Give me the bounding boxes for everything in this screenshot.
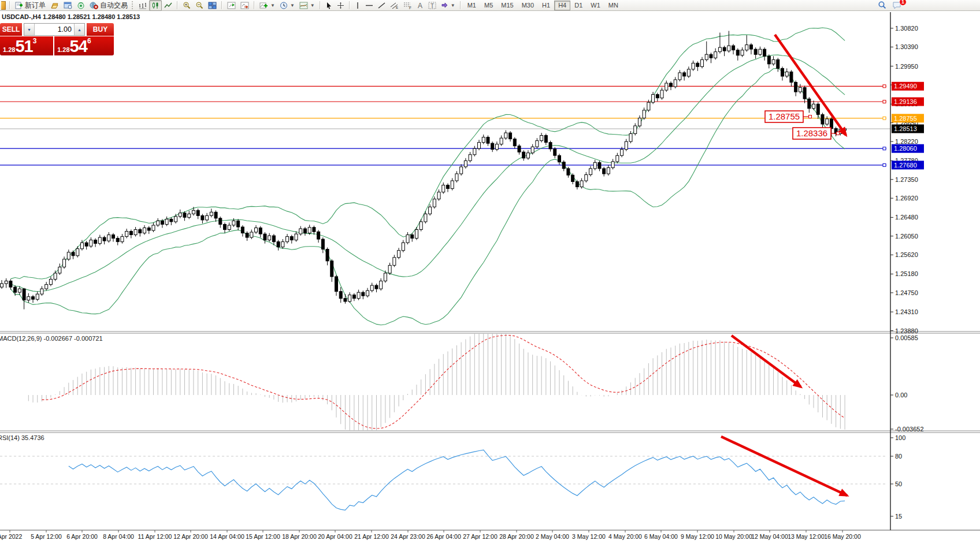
trendline-tool-button[interactable] xyxy=(376,0,388,11)
channel-tool-button[interactable]: E xyxy=(388,0,401,11)
level-line-handle[interactable] xyxy=(883,163,886,166)
profiles-button[interactable] xyxy=(48,0,61,11)
volume-input[interactable] xyxy=(35,24,74,35)
mt4-window: 新订单 自动交易 xyxy=(0,0,980,544)
candle-body xyxy=(45,285,48,289)
timeframe-m1[interactable]: M1 xyxy=(463,1,480,10)
bar-chart-mode-button[interactable] xyxy=(136,0,149,11)
time-tick-label: 6 Apr 20:00 xyxy=(66,533,98,540)
arrows-tool-button[interactable]: ▼ xyxy=(439,0,458,11)
candle-body xyxy=(660,90,663,98)
candle-body xyxy=(263,234,266,240)
level-line-handle[interactable] xyxy=(883,85,886,88)
templates-button[interactable]: ▼ xyxy=(297,0,317,11)
signal-icon xyxy=(77,2,85,9)
timeframe-d1[interactable]: D1 xyxy=(570,1,586,10)
one-click-trading-panel: SELL ▼ ▲ BUY 1.28 51 3 1.28 54 6 xyxy=(0,23,114,55)
buy-price-display[interactable]: 1.28 54 6 xyxy=(54,36,114,55)
level-line-handle[interactable] xyxy=(883,100,886,103)
indicators-button[interactable]: ▼ xyxy=(257,0,277,11)
periods-button[interactable]: ▼ xyxy=(277,0,297,11)
level-line-handle[interactable] xyxy=(883,117,886,120)
price-chart-canvas[interactable]: 1.287551.283361.308201.303901.299501.295… xyxy=(0,11,980,544)
candle-body xyxy=(250,232,253,237)
time-tick-label: 18 Apr 20:00 xyxy=(282,533,317,540)
level-line-handle[interactable] xyxy=(883,147,886,150)
candle-body xyxy=(237,221,240,227)
buy-button[interactable]: BUY xyxy=(87,23,114,36)
candle-body xyxy=(335,277,338,292)
candle-body xyxy=(589,169,592,175)
candle-body xyxy=(352,295,355,299)
notifications-button[interactable]: 1 xyxy=(890,0,904,11)
candle-body xyxy=(121,237,124,242)
timeframe-mn[interactable]: MN xyxy=(604,1,622,10)
text-tool-button[interactable]: A xyxy=(414,0,426,11)
axis-price-label-text: 1.28513 xyxy=(894,125,917,132)
candle-body xyxy=(634,126,637,134)
candle-body xyxy=(9,281,12,288)
candlestick-mode-button[interactable] xyxy=(149,0,162,11)
candle-body xyxy=(531,147,534,153)
timeframe-h1[interactable]: H1 xyxy=(538,1,554,10)
sell-price-display[interactable]: 1.28 51 3 xyxy=(0,36,53,55)
autotrade-button[interactable]: 自动交易 xyxy=(87,0,130,11)
candle-body xyxy=(795,83,797,92)
candle-body xyxy=(201,215,204,220)
macd-tick-label: -0.003652 xyxy=(895,426,924,433)
macd-tick-label: 0.00585 xyxy=(895,334,918,341)
candle-body xyxy=(745,45,748,50)
price-tick-label: 1.25620 xyxy=(895,251,918,258)
text-icon: A xyxy=(417,2,424,9)
candle-body xyxy=(558,155,561,162)
candle-body xyxy=(67,252,70,259)
line-chart-mode-button[interactable] xyxy=(162,0,175,11)
volume-increase-button[interactable]: ▲ xyxy=(74,24,84,35)
time-tick-label: 21 Apr 12:00 xyxy=(354,533,389,540)
candle-body xyxy=(433,199,436,207)
candle-body xyxy=(812,104,815,109)
timeframe-m30[interactable]: M30 xyxy=(518,1,538,10)
horizontal-line-tool-button[interactable] xyxy=(363,0,376,11)
new-order-button[interactable]: 新订单 xyxy=(13,0,48,11)
tile-windows-button[interactable] xyxy=(206,0,219,11)
auto-scroll-button[interactable] xyxy=(238,0,251,11)
candle-body xyxy=(348,295,351,301)
data-window-button[interactable] xyxy=(75,0,87,11)
timeframe-m15[interactable]: M15 xyxy=(497,1,517,10)
candle-body xyxy=(58,267,61,273)
chart-shift-button[interactable] xyxy=(225,0,238,11)
trend-arrow-macd[interactable] xyxy=(732,336,801,387)
time-tick-label: 26 Apr 04:00 xyxy=(426,533,461,540)
fibonacci-tool-button[interactable]: F xyxy=(401,0,414,11)
chevron-down-icon: ▼ xyxy=(290,3,295,8)
volume-decrease-button[interactable]: ▼ xyxy=(24,24,35,35)
zoom-in-button[interactable] xyxy=(180,0,193,11)
cursor-tool-button[interactable] xyxy=(323,0,335,11)
timeframe-w1[interactable]: W1 xyxy=(586,1,604,10)
annotation-anchor[interactable] xyxy=(837,132,840,135)
time-tick-label: 24 Apr 23:00 xyxy=(391,533,425,540)
candle-body xyxy=(402,243,404,251)
new-order-label: 新订单 xyxy=(25,1,46,10)
chart-window[interactable]: USDCAD-,H4 1.28480 1.28521 1.28480 1.285… xyxy=(0,11,980,544)
timeframe-h4[interactable]: H4 xyxy=(554,1,570,10)
candle-body xyxy=(808,99,811,109)
sell-button[interactable]: SELL xyxy=(0,23,22,36)
vertical-line-tool-button[interactable] xyxy=(352,0,363,11)
candle-body xyxy=(303,229,306,233)
time-tick-label: 12 Apr 20:00 xyxy=(173,533,208,540)
candle-body xyxy=(268,236,271,240)
text-label-icon: T xyxy=(428,2,436,9)
candle-body xyxy=(214,212,217,218)
zoom-out-button[interactable] xyxy=(193,0,206,11)
label-tool-button[interactable]: T xyxy=(426,0,439,11)
search-button[interactable] xyxy=(875,0,889,11)
market-watch-button[interactable] xyxy=(61,0,75,11)
crosshair-tool-button[interactable] xyxy=(335,0,347,11)
annotation-anchor[interactable] xyxy=(809,115,812,118)
candle-body xyxy=(406,235,409,243)
timeframe-m5[interactable]: M5 xyxy=(480,1,497,10)
candle-body xyxy=(749,45,752,50)
candle-body xyxy=(790,72,793,82)
